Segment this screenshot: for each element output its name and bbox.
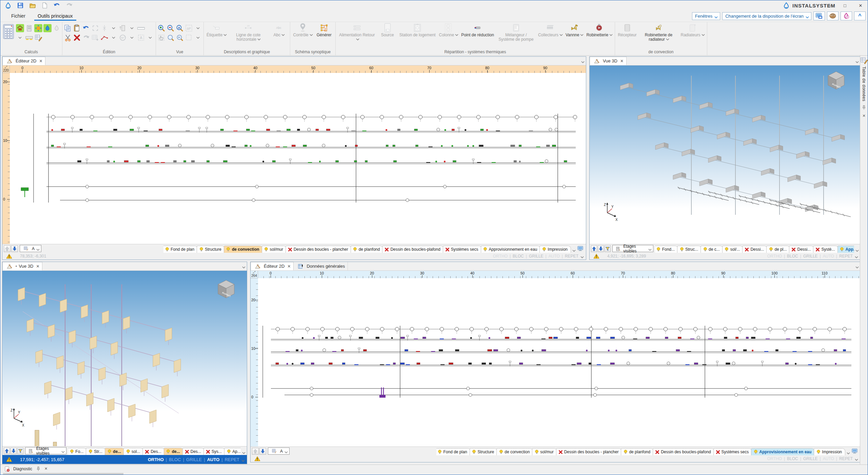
close-tab-icon[interactable]: ✕ xyxy=(39,59,42,63)
move-layer-up-button[interactable] xyxy=(591,245,597,252)
layer-tab-sol[interactable]: sol... xyxy=(123,448,143,455)
pin-icon[interactable] xyxy=(860,103,868,112)
table-edit-button[interactable] xyxy=(34,34,42,42)
mode-auto[interactable]: AUTO xyxy=(823,456,834,461)
data-table-icon[interactable] xyxy=(860,56,868,64)
layer-tab-de-c[interactable]: de c... xyxy=(701,246,723,253)
view-3d-canvas[interactable]: AVANTZYX xyxy=(590,65,860,244)
scrollbar-thumb[interactable] xyxy=(3,473,123,475)
layer-set-selector[interactable]: A xyxy=(268,448,290,455)
screen-layout-menu-button[interactable]: Changement de la disposition de l'écran xyxy=(722,12,811,20)
chevron-down-icon[interactable] xyxy=(146,34,154,42)
mode-bloc[interactable]: BLOC xyxy=(513,254,524,259)
editor-2d-canvas[interactable]: 20100 xyxy=(2,73,586,244)
mode-grille[interactable]: GRILLE xyxy=(186,457,202,462)
chevron-down-icon[interactable] xyxy=(16,34,24,42)
layer-tab-syst-mes-secs[interactable]: Systèmes secs xyxy=(713,448,752,456)
close-side-panel-icon[interactable]: ✕ xyxy=(862,114,865,118)
undo-button[interactable] xyxy=(82,24,90,32)
status-chevron-icon[interactable] xyxy=(241,458,244,461)
mode-grille[interactable]: GRILLE xyxy=(529,254,544,259)
layer-set-selector[interactable]: Étages visibles xyxy=(612,245,653,252)
vannne-button[interactable]: Vannne xyxy=(564,23,584,49)
copy-button[interactable] xyxy=(64,24,72,32)
zoom-window-button[interactable] xyxy=(166,34,175,42)
layer-tab-syst[interactable]: Systè... xyxy=(813,246,838,253)
delta-p-button[interactable]: ΔP xyxy=(185,24,193,32)
drop-gray-button[interactable] xyxy=(53,24,61,32)
layer-tab-dessin-des-boucles-plancher[interactable]: Dessin des boucles - plancher xyxy=(285,246,352,253)
zoom-previous-button[interactable] xyxy=(176,34,184,42)
hvac-button[interactable] xyxy=(34,24,42,32)
layer-tab-de-planfond[interactable]: de planfond xyxy=(351,246,383,253)
ribbon-tab-outils-principaux[interactable]: Outils principaux xyxy=(32,11,79,21)
storey-up-button[interactable] xyxy=(119,24,127,32)
tab-donn-es-g-n-rales[interactable]: Données générales xyxy=(294,262,348,270)
selection-dashed-button[interactable] xyxy=(185,34,193,42)
ruler-button[interactable] xyxy=(137,24,145,32)
mode-ortho[interactable]: ORTHO xyxy=(148,457,164,462)
layer-tab-impression[interactable]: Impression xyxy=(814,448,845,456)
layer-tab-de-planfond[interactable]: de planfond xyxy=(621,448,654,456)
layer-tab-de[interactable]: de... xyxy=(164,448,183,455)
layer-set-selector[interactable]: A xyxy=(20,245,41,252)
move-layer-up-button[interactable] xyxy=(4,448,10,454)
tab-vue-3d[interactable]: •Vue 3D✕ xyxy=(2,262,42,270)
rotate-90-button[interactable]: 90° xyxy=(119,34,127,42)
node-button[interactable] xyxy=(100,24,108,32)
move-layer-down-button[interactable] xyxy=(11,245,18,252)
layer-tab-de[interactable]: de... xyxy=(105,448,124,455)
layer-tab-dessin-des-boucles-plancher[interactable]: Dessin des boucles - plancher xyxy=(556,448,622,456)
status-chevron-icon[interactable] xyxy=(855,457,857,460)
chevron-down-icon[interactable] xyxy=(110,34,118,42)
polyline-button[interactable] xyxy=(100,34,108,42)
layer-tab-str[interactable]: Str... xyxy=(86,448,106,455)
minimize-button[interactable]: ─ xyxy=(822,0,837,11)
layer-tab-de-convection[interactable]: de convection xyxy=(224,246,263,253)
pin-icon[interactable] xyxy=(34,465,42,473)
more-layers-chevron-icon[interactable] xyxy=(855,247,858,250)
save-button[interactable] xyxy=(17,2,24,9)
table-plus-button[interactable] xyxy=(91,34,99,42)
layer-tab-fo[interactable]: Fo... xyxy=(68,448,87,455)
layer-tab-des[interactable]: Des... xyxy=(182,448,204,455)
move-layer-down-button[interactable] xyxy=(598,245,604,252)
zoom-all-button[interactable]: A xyxy=(176,24,184,32)
delete-button[interactable] xyxy=(73,34,81,42)
mode-auto[interactable]: AUTO xyxy=(207,457,220,462)
mode-bloc[interactable]: BLOC xyxy=(787,254,798,259)
mode-bloc[interactable]: BLOC xyxy=(169,457,181,462)
layer-tab-dessi[interactable]: Dessi... xyxy=(789,246,814,253)
more-layers-chevron-icon[interactable] xyxy=(847,450,849,453)
layer-tab-approvisionnement-en-eau[interactable]: Approvisionnement en eau xyxy=(751,448,815,456)
mode-repet[interactable]: REPET xyxy=(225,457,239,462)
layer-tab-de-pl[interactable]: de pl... xyxy=(766,246,790,253)
layer-tab-syst-mes-secs[interactable]: Systèmes secs xyxy=(443,246,482,253)
pane-menu-chevron-icon[interactable] xyxy=(855,264,858,267)
layer-tab-fond-de-plan[interactable]: Fond de plan xyxy=(436,448,471,456)
move-layer-up-button[interactable] xyxy=(252,448,259,455)
layer-tab-impression[interactable]: Impression xyxy=(539,246,571,253)
mode-grille[interactable]: GRILLE xyxy=(803,456,818,461)
selection-button[interactable] xyxy=(91,24,99,32)
save-layout-button[interactable] xyxy=(813,12,825,20)
mode-auto[interactable]: AUTO xyxy=(549,254,560,259)
pan-hand-button[interactable] xyxy=(157,34,165,42)
layer-tab-dessin-des-boucles-plafond[interactable]: Dessin des boucles-plafond xyxy=(382,246,443,253)
filter-layers-button[interactable] xyxy=(17,448,23,454)
chevron-down-icon[interactable] xyxy=(194,24,202,32)
filter-layers-button[interactable] xyxy=(605,245,611,252)
zoom-out-button[interactable] xyxy=(166,24,175,32)
ribbon-tab-fichier[interactable]: Fichier xyxy=(5,11,32,21)
layer-settings-icon[interactable] xyxy=(576,245,585,253)
mode-grille[interactable]: GRILLE xyxy=(803,254,818,259)
pane-menu-chevron-icon[interactable] xyxy=(242,264,245,267)
status-chevron-icon[interactable] xyxy=(580,255,583,258)
tab-vue-3d[interactable]: Vue 3D✕ xyxy=(590,57,627,65)
move-layer-up-button[interactable] xyxy=(4,245,11,252)
layer-tab-structure[interactable]: Structure xyxy=(197,246,225,253)
building-button[interactable] xyxy=(25,24,33,32)
move-layer-down-button[interactable] xyxy=(259,448,266,455)
chevron-down-icon[interactable] xyxy=(128,34,136,42)
layer-tab-app[interactable]: App... xyxy=(837,246,854,253)
